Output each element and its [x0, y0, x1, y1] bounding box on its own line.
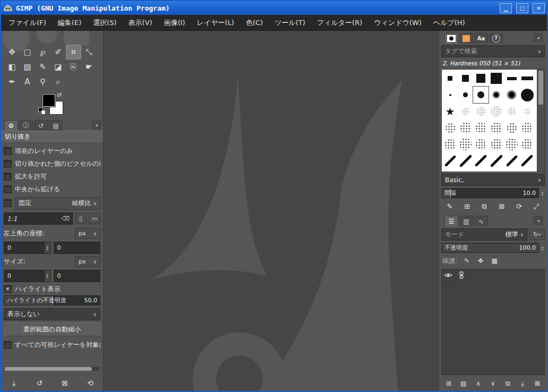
- brush-item[interactable]: [519, 120, 535, 136]
- tag-search-combo[interactable]: タグで検索 ∨: [441, 45, 545, 57]
- save-options-button[interactable]: ⤓: [6, 377, 21, 389]
- foreground-color-swatch[interactable]: [42, 94, 55, 107]
- brush-item[interactable]: [442, 70, 458, 87]
- brush-item[interactable]: [519, 103, 535, 120]
- brush-item[interactable]: [504, 70, 519, 87]
- brush-item[interactable]: [519, 152, 535, 169]
- brush-item[interactable]: [489, 103, 504, 120]
- shrink-merged-checkbox[interactable]: [4, 341, 12, 349]
- clone-tool[interactable]: ⎘: [66, 59, 81, 74]
- tab-images[interactable]: ▤: [49, 120, 63, 131]
- link-chain-icon[interactable]: [455, 269, 468, 282]
- brush-item[interactable]: [504, 136, 519, 152]
- spinner-icon[interactable]: ▴▾: [44, 270, 50, 282]
- brush-item[interactable]: [489, 70, 504, 87]
- mode-switch-button[interactable]: ↻ ▾: [529, 229, 545, 240]
- position-unit-dropdown[interactable]: px ∨: [75, 228, 100, 239]
- dock-menu-button[interactable]: ◂: [534, 33, 543, 42]
- paintbrush-tool[interactable]: ✎: [35, 59, 50, 74]
- tab-undo-history[interactable]: ↺: [34, 120, 48, 131]
- tab-brushes[interactable]: [444, 33, 458, 44]
- menu-item-6[interactable]: 色(C): [240, 15, 269, 30]
- options-scrollbar[interactable]: [5, 367, 99, 371]
- free-select-tool[interactable]: ℘: [35, 45, 50, 59]
- smudge-tool[interactable]: ☛: [81, 59, 97, 74]
- dock-menu-button[interactable]: ◂: [92, 121, 101, 129]
- brush-item[interactable]: [489, 152, 504, 169]
- tab-help[interactable]: ?: [489, 33, 503, 44]
- option-checkbox-1[interactable]: 切り抜かれた側のピクセルの削除: [4, 157, 100, 170]
- portrait-button[interactable]: ▯: [75, 213, 87, 224]
- opacity-spinner[interactable]: ▴▾: [540, 245, 545, 251]
- position-y-input[interactable]: 0: [54, 242, 101, 254]
- crop-tool[interactable]: ⌗: [66, 45, 81, 59]
- maximize-button[interactable]: □: [516, 3, 528, 13]
- brush-item[interactable]: [519, 87, 535, 103]
- zoom-tool[interactable]: ⌕: [50, 74, 66, 89]
- dock-menu-button[interactable]: ◂: [534, 216, 543, 225]
- brush-item[interactable]: [442, 136, 458, 152]
- tab-paths[interactable]: ∿: [474, 216, 488, 226]
- menu-item-2[interactable]: 選択(S): [87, 15, 122, 30]
- highlight-row[interactable]: ✕ ハイライト表示: [4, 283, 100, 295]
- default-colors-icon[interactable]: [38, 107, 46, 115]
- menu-item-4[interactable]: 画像(I): [158, 15, 191, 30]
- spinner-icon[interactable]: ▴▾: [44, 242, 50, 253]
- new-brush-button[interactable]: ⊞: [460, 201, 474, 212]
- brush-item[interactable]: [458, 103, 473, 120]
- brush-item[interactable]: [504, 120, 519, 136]
- brush-item[interactable]: [458, 136, 473, 152]
- size-x-input[interactable]: 0 ▴▾: [4, 270, 51, 282]
- opacity-slider[interactable]: 不透明度 100.0: [441, 243, 539, 253]
- brush-item[interactable]: [489, 120, 504, 136]
- brush-item[interactable]: [442, 152, 458, 169]
- menu-item-1[interactable]: 編集(E): [52, 15, 87, 30]
- edit-brush-button[interactable]: ✎: [443, 201, 457, 212]
- visibility-eye-icon[interactable]: [442, 269, 455, 282]
- menu-item-9[interactable]: ウィンドウ(W): [368, 15, 427, 30]
- landscape-button[interactable]: ▭: [89, 213, 100, 224]
- brush-item[interactable]: [473, 103, 489, 120]
- highlight-checkbox[interactable]: ✕: [4, 285, 12, 293]
- menu-item-5[interactable]: レイヤー(L): [191, 15, 240, 30]
- color-widget[interactable]: ⇄: [39, 92, 71, 118]
- spacing-slider[interactable]: 間隔 10.0: [441, 188, 539, 198]
- merge-layer-button[interactable]: ⤓: [515, 377, 530, 390]
- delete-options-button[interactable]: ⊠: [57, 377, 72, 389]
- brush-item[interactable]: [473, 136, 489, 152]
- aspect-ratio-input[interactable]: 1:1 ⌫: [4, 212, 73, 225]
- tab-patterns[interactable]: [459, 33, 473, 44]
- brush-item[interactable]: [442, 87, 458, 103]
- open-brush-as-image-button[interactable]: ⤢: [529, 201, 543, 212]
- brush-item[interactable]: [473, 152, 489, 169]
- tab-fonts[interactable]: Aa: [474, 33, 488, 44]
- layer-mode-dropdown[interactable]: モード 標準 ∨: [441, 228, 527, 241]
- brush-item[interactable]: [458, 87, 473, 103]
- raise-layer-button[interactable]: ∧: [471, 377, 486, 390]
- brush-scrollbar[interactable]: [537, 70, 544, 172]
- lock-alpha-button[interactable]: ▦: [488, 255, 501, 266]
- tag-filter-dropdown[interactable]: Basic, ∨: [441, 174, 545, 186]
- lower-layer-button[interactable]: ∨: [486, 377, 501, 390]
- reset-options-button[interactable]: ⟲: [83, 377, 98, 389]
- option-checkbox-3[interactable]: 中央から拡げる: [4, 183, 100, 195]
- menu-item-3[interactable]: 表示(V): [123, 15, 158, 30]
- option-checkbox-2[interactable]: 拡大を許可: [4, 170, 100, 183]
- brush-item[interactable]: [489, 87, 504, 103]
- menu-item-8[interactable]: フィルター(R): [311, 15, 368, 30]
- auto-shrink-button[interactable]: 選択範囲の自動縮小: [4, 322, 100, 336]
- tab-tool-options[interactable]: ⚙: [4, 120, 18, 131]
- titlebar[interactable]: GIMP (GNU Image Manipulation Program) ▁ …: [1, 1, 547, 15]
- highlight-opacity-slider[interactable]: ハイライトの不透明度 50.0: [4, 295, 100, 305]
- text-tool[interactable]: A: [20, 74, 35, 89]
- brush-list[interactable]: ★: [441, 69, 545, 172]
- ink-tool[interactable]: ✒: [4, 74, 20, 89]
- brush-item[interactable]: [504, 152, 519, 169]
- brush-item[interactable]: [473, 70, 489, 87]
- brush-item[interactable]: [519, 136, 535, 152]
- fixed-checkbox[interactable]: [4, 199, 12, 207]
- color-picker-tool[interactable]: ⚲: [35, 74, 50, 89]
- duplicate-layer-button[interactable]: ⧉: [500, 377, 515, 390]
- bucket-fill-tool[interactable]: ◧: [4, 59, 20, 74]
- position-x-input[interactable]: 0 ▴▾: [4, 242, 51, 254]
